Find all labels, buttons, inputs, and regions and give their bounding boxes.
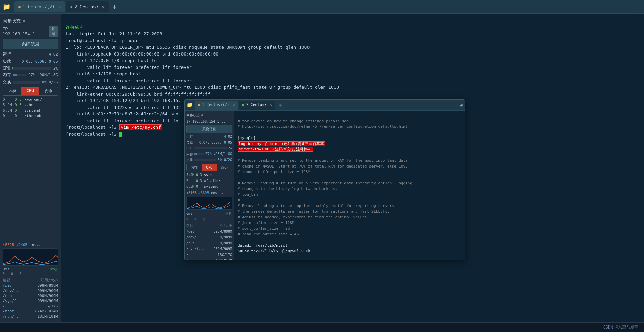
disk-size-run2: 181M/181M [23, 314, 58, 319]
mini-disk-size-root: 13G/17G [201, 252, 232, 257]
mini-add-tab[interactable]: + [279, 101, 282, 109]
sync-dot [23, 20, 25, 22]
mini-swap-label: 交换 [186, 157, 193, 162]
cpu-bar-container [12, 67, 51, 70]
disk-path-run2: /run/... [3, 314, 23, 319]
mini-tab-dot-1: ● [198, 102, 200, 108]
mini-proc-cpu-1: 0.3 [196, 172, 204, 177]
mini-sys-info-btn[interactable]: 系统信息 [186, 125, 232, 133]
mini-terminal[interactable]: # for advice on how to change settings p… [234, 111, 465, 260]
latency-value: 0ms [3, 267, 10, 272]
mini-ip-row: IP 192.168.154.1... [185, 119, 234, 124]
disk-path-run: /run [3, 294, 23, 298]
process-item-3: 6.5M 0 systemd [0, 108, 61, 113]
copy-ip-button[interactable]: 复制 [49, 26, 58, 37]
mini-mem-value: 27% 493M/1.8G [205, 151, 232, 157]
mini-sidebar-tab-mem[interactable]: 内存 [187, 164, 202, 171]
mini-run-label: 运行 [186, 134, 193, 139]
latency-row: 0ms 本机 [3, 267, 58, 272]
latency-values: 0 0 0 [3, 272, 58, 276]
tab-centos7-2[interactable]: ● 1 Centos7(2) ✕ [14, 1, 65, 12]
sys-info-button[interactable]: 系统信息 [3, 39, 58, 49]
mini-tab-label-1: 1 Centos7(2) [202, 102, 229, 108]
mini-main-content: 同步状态 IP 192.168.154.1... 系统信息 运行 4:02 负载… [185, 111, 465, 260]
mini-mem-bar [194, 153, 197, 155]
disk-section: 路径 可用/大小 /dev 898M/898M /dev/... 909M/90… [0, 276, 61, 320]
mini-process-1: 5.9M 0.3 sshd [185, 172, 234, 178]
grid-icon[interactable]: ⊞ [639, 4, 641, 10]
bottom-bar: CSDN @东离与糖宝 [0, 322, 644, 332]
disk-size-dev2: 909M/909M [23, 288, 58, 293]
cpu-value: 2% [53, 66, 58, 71]
mini-disk-path-run: /run [186, 241, 201, 246]
mini-tab-close-2[interactable]: ✕ [270, 102, 272, 108]
proc-name-2: sshd [24, 103, 58, 107]
mini-tab-1[interactable]: ● 1 Centos7(2) ✕ [195, 101, 238, 110]
mini-disk-run: /run 900M/909M [185, 240, 234, 246]
mini-swap-bar-container [194, 159, 216, 161]
mini-tab-2[interactable]: ● 2 Centos7 ✕ [239, 101, 275, 110]
mini-net-row: ↑816B ↓360B ens... [185, 189, 234, 196]
ip-row: IP 192.168.154.1... 复制 [0, 25, 61, 38]
main-content: 同步状态 IP 192.168.154.1... 复制 系统信息 运行 4:02… [0, 14, 644, 322]
disk-size-dev: 898M/898M [23, 283, 58, 288]
mini-cpu-row: CPU 2% [185, 145, 234, 151]
net-up: ↑652B [3, 243, 14, 247]
mini-ip-label: IP 192.168.154.1... [186, 119, 225, 124]
mini-proc-name-2: xfsaild/ [204, 178, 232, 183]
disk-item-root: / 13G/17G [3, 304, 58, 309]
mini-tab-close-1[interactable]: ✕ [233, 102, 235, 108]
mini-cpu-label: CPU [186, 146, 192, 151]
watermark: CSDN @东离与糖宝 [603, 324, 639, 330]
mini-disk-header: 路径 可用/大小 [185, 223, 234, 229]
load-row: 负载 0.05, 0.06, 0.05 [0, 58, 61, 65]
mini-process-3: 6.5M 0 systemd [185, 184, 234, 189]
net-iface: ens... [29, 243, 43, 247]
mini-sync-status: 同步状态 [185, 112, 234, 119]
add-tab-button[interactable]: + [113, 3, 116, 10]
terminal-area[interactable]: 连接成功 Last login: Fri Jul 21 11:10:27 202… [61, 14, 644, 322]
mini-proc-mem-1: 5.9M [186, 172, 196, 177]
mini-disk-size-dev: 898M/898M [201, 229, 232, 234]
proc-mem-3: 6.5M [3, 108, 15, 113]
mini-latency-row: 0ms 本机 [185, 210, 234, 217]
folder-icon[interactable]: 📁 [3, 3, 10, 10]
mini-disk-path-dev: /dev [186, 229, 201, 234]
mini-sidebar-tab-cmd[interactable]: 命令 [217, 164, 232, 171]
proc-cpu-2: 0.3 [15, 103, 24, 107]
mini-proc-name-3: systemd [204, 184, 232, 189]
proc-name-3: systemd [24, 108, 58, 113]
disk-size-boot: 824M/1014M [23, 309, 58, 313]
mini-swap-value: 0% 0/2G [218, 157, 232, 162]
mini-sidebar-tab-cpu[interactable]: CPU [202, 164, 217, 171]
disk-header: 路径 可用/大小 [3, 277, 58, 283]
load-label: 负载 [3, 59, 11, 64]
mini-disk-boot: /boot 824M/1014M [185, 258, 234, 260]
mini-proc-name-1: sshd [204, 172, 232, 177]
ip-label: IP 192.168.154.1... [3, 27, 47, 36]
tab-dot-2: ● [70, 5, 72, 9]
net-down: ↓240B [16, 243, 27, 247]
sidebar-tab-cpu[interactable]: CPU [21, 87, 39, 95]
sidebar-tab-mem[interactable]: 内存 [3, 87, 21, 95]
cpu-label: CPU [3, 66, 10, 71]
tab-close-2[interactable]: ✕ [102, 4, 104, 9]
mini-grid-icon[interactable]: ⊞ [460, 102, 463, 108]
tab-close-1[interactable]: ✕ [58, 4, 61, 9]
cpu-row: CPU 2% [0, 65, 61, 71]
process-list: 0 0.3 kworker/ 5.9M 0.3 sshd 6.5M 0 syst… [0, 97, 61, 242]
sidebar-tabs: 内存 CPU 命令 [3, 87, 58, 96]
mini-disk-dev: /dev 898M/898M [185, 229, 234, 234]
mini-folder-icon[interactable]: 📁 [187, 101, 192, 109]
swap-row: 交换 0% 0/2G [0, 78, 61, 86]
sidebar-tab-cmd[interactable]: 命令 [39, 87, 58, 95]
proc-cpu-4: 0 [15, 114, 24, 118]
tab-centos7[interactable]: ● 2 Centos7 ✕ [66, 1, 109, 12]
main-tab-bar: 📁 ● 1 Centos7(2) ✕ ● 2 Centos7 ✕ + ⊞ [0, 0, 644, 14]
proc-cpu-3: 0 [15, 108, 24, 113]
mini-mem-row: 内存 27% 493M/1.8G [185, 151, 234, 157]
disk-item-run2: /run/... 181M/181M [3, 314, 58, 319]
tab-label-1: 1 Centos7(2) [23, 4, 55, 9]
mini-disk-size-header: 可用/大小 [201, 223, 232, 228]
process-item-2: 5.9M 0.3 sshd [0, 102, 61, 108]
